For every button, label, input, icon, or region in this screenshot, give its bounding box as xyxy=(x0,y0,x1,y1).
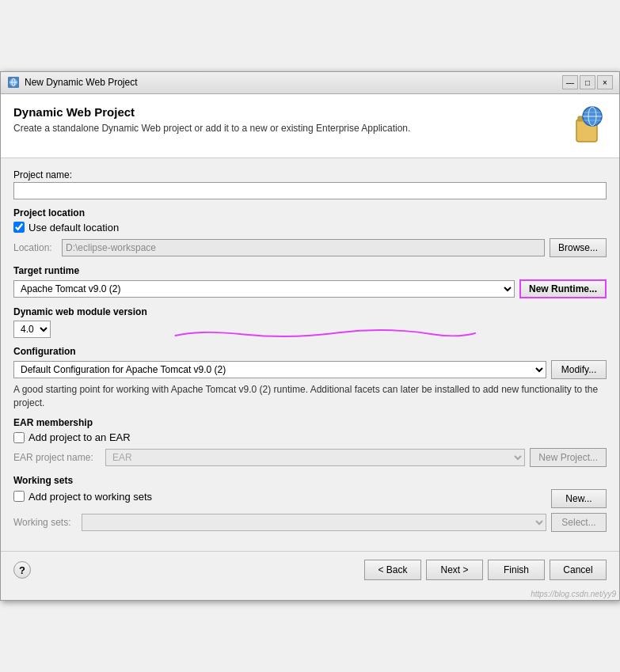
working-sets-label: Working sets xyxy=(13,475,607,486)
new-working-set-button[interactable]: New... xyxy=(551,489,607,508)
project-location-label: Project location xyxy=(13,207,607,218)
url-watermark: https://blog.csdn.net/yy9 xyxy=(1,588,619,600)
location-row: Location: Browse... xyxy=(13,238,607,257)
working-sets-row: Working sets: Select... xyxy=(13,513,607,532)
project-name-input[interactable] xyxy=(13,182,607,199)
target-runtime-select[interactable]: Apache Tomcat v9.0 (2) xyxy=(13,280,515,298)
runtime-row: Apache Tomcat v9.0 (2) New Runtime... xyxy=(13,279,607,298)
header-text: Dynamic Web Project Create a standalone … xyxy=(13,105,410,134)
add-to-ear-row: Add project to an EAR xyxy=(13,431,607,443)
use-default-location-row: Use default location xyxy=(13,222,607,233)
dialog-header: Dynamic Web Project Create a standalone … xyxy=(1,94,619,158)
use-default-location-label-text[interactable]: Use default location xyxy=(29,222,119,233)
dialog-window: New Dynamic Web Project — □ × Dynamic We… xyxy=(0,71,620,602)
maximize-button[interactable]: □ xyxy=(580,75,595,89)
web-module-version-label: Dynamic web module version xyxy=(13,306,607,317)
cancel-button[interactable]: Cancel xyxy=(550,560,607,580)
working-sets-select[interactable] xyxy=(82,514,546,531)
ear-membership-section: EAR membership Add project to an EAR EAR… xyxy=(13,417,607,467)
dialog-footer: ? < Back Next > Finish Cancel xyxy=(1,551,619,588)
project-name-row: Project name: xyxy=(13,169,607,199)
new-runtime-button[interactable]: New Runtime... xyxy=(519,279,607,298)
location-label: Location: xyxy=(13,242,57,253)
add-to-ear-checkbox[interactable] xyxy=(13,432,25,443)
ear-project-name-select[interactable]: EAR xyxy=(105,449,525,466)
browse-button[interactable]: Browse... xyxy=(550,238,607,257)
add-to-working-sets-checkbox[interactable] xyxy=(13,491,25,502)
window-title: New Dynamic Web Project xyxy=(25,77,562,88)
next-button[interactable]: Next > xyxy=(426,560,483,580)
close-button[interactable]: × xyxy=(597,75,613,89)
back-button[interactable]: < Back xyxy=(364,560,421,580)
title-bar: New Dynamic Web Project — □ × xyxy=(1,72,619,94)
web-module-version-section: Dynamic web module version 4.0 xyxy=(13,306,607,338)
ear-membership-label: EAR membership xyxy=(13,417,607,428)
target-runtime-label: Target runtime xyxy=(13,265,607,276)
project-name-label: Project name: xyxy=(13,169,607,180)
use-default-location-checkbox[interactable] xyxy=(13,222,25,233)
finish-button[interactable]: Finish xyxy=(488,560,545,580)
select-button[interactable]: Select... xyxy=(551,513,607,532)
target-runtime-section: Target runtime Apache Tomcat v9.0 (2) Ne… xyxy=(13,265,607,298)
working-sets-section: Working sets Add project to working sets… xyxy=(13,475,607,532)
working-sets-label2: Working sets: xyxy=(13,517,77,528)
footer-buttons: < Back Next > Finish Cancel xyxy=(364,560,607,580)
add-to-working-sets-row: Add project to working sets xyxy=(13,491,546,503)
configuration-row: Default Configuration for Apache Tomcat … xyxy=(13,360,607,379)
web-module-version-select[interactable]: 4.0 xyxy=(13,321,51,338)
window-icon xyxy=(7,76,20,89)
window-controls: — □ × xyxy=(562,75,613,89)
header-title: Dynamic Web Project xyxy=(13,105,410,119)
project-location-section: Project location Use default location Lo… xyxy=(13,207,607,257)
configuration-info: A good starting point for working with A… xyxy=(13,383,607,410)
minimize-button[interactable]: — xyxy=(562,75,578,89)
dialog-body: Project name: Project location Use defau… xyxy=(1,158,619,552)
ear-project-name-label: EAR project name: xyxy=(13,452,101,463)
help-button[interactable]: ? xyxy=(13,561,31,579)
ear-project-name-row: EAR project name: EAR New Project... xyxy=(13,448,607,467)
configuration-select[interactable]: Default Configuration for Apache Tomcat … xyxy=(13,361,546,378)
header-description: Create a standalone Dynamic Web project … xyxy=(13,123,410,134)
configuration-label: Configuration xyxy=(13,346,607,357)
modify-button[interactable]: Modify... xyxy=(551,360,607,379)
add-to-ear-label-text[interactable]: Add project to an EAR xyxy=(29,431,131,443)
configuration-section: Configuration Default Configuration for … xyxy=(13,346,607,410)
new-project-button[interactable]: New Project... xyxy=(530,448,607,467)
add-to-working-sets-label-text[interactable]: Add project to working sets xyxy=(29,491,152,503)
header-icon xyxy=(565,105,607,146)
location-input[interactable] xyxy=(62,239,545,256)
